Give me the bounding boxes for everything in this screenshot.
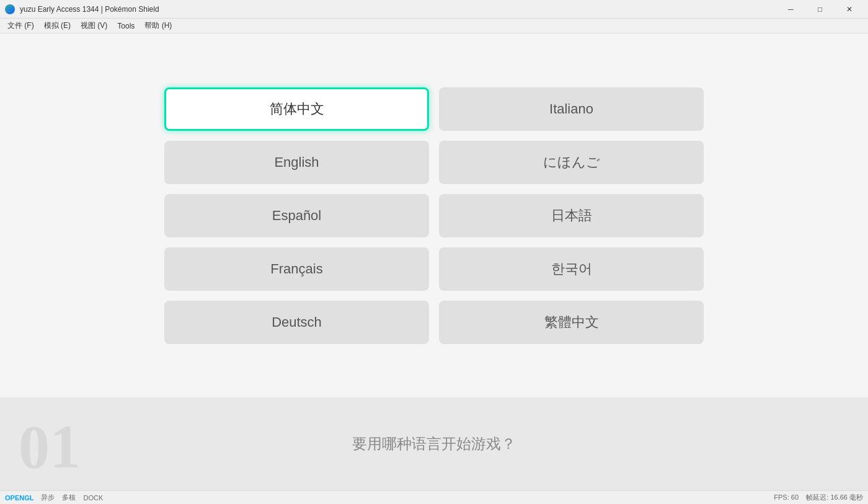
- lang-button-nihongo-kanji[interactable]: 日本語: [439, 194, 704, 237]
- menu-emulate[interactable]: 模拟 (E): [39, 19, 76, 32]
- status-frame-time: 帧延迟: 16.66 毫秒: [806, 493, 863, 501]
- language-selection-area: 简体中文 Italiano English にほんご Español 日本語 F…: [0, 33, 868, 397]
- window-title: yuzu Early Access 1344 | Pokémon Shield: [20, 5, 159, 14]
- menu-view[interactable]: 视图 (V): [76, 19, 112, 32]
- lang-button-traditional-chinese[interactable]: 繁體中文: [439, 301, 704, 344]
- lang-button-francais[interactable]: Français: [164, 247, 429, 291]
- lang-button-espanol[interactable]: Español: [164, 194, 429, 237]
- status-left: OPENGL 异步 多核 DOCK: [5, 493, 103, 502]
- bottom-panel: 01 要用哪种语言开始游戏？: [0, 397, 868, 490]
- menu-tools[interactable]: Tools: [112, 20, 140, 32]
- lang-button-nihongo-kana[interactable]: にほんご: [439, 141, 704, 184]
- status-opengl: OPENGL: [5, 494, 33, 502]
- lang-button-deutsch[interactable]: Deutsch: [164, 301, 429, 344]
- status-async: 异步: [41, 493, 55, 502]
- close-button[interactable]: ✕: [835, 2, 863, 17]
- status-bar: OPENGL 异步 多核 DOCK FPS: 60 帧延迟: 16.66 毫秒: [0, 490, 868, 504]
- menu-help[interactable]: 帮助 (H): [140, 19, 177, 32]
- menu-bar: 文件 (F) 模拟 (E) 视图 (V) Tools 帮助 (H): [0, 19, 868, 33]
- title-bar-left: yuzu Early Access 1344 | Pokémon Shield: [5, 4, 159, 14]
- status-fps: FPS: 60: [774, 493, 799, 501]
- status-multicore: 多核: [62, 493, 76, 502]
- status-dock: DOCK: [83, 494, 103, 502]
- minimize-button[interactable]: ─: [777, 2, 805, 17]
- language-prompt: 要用哪种语言开始游戏？: [352, 434, 516, 454]
- lang-button-simplified-chinese[interactable]: 简体中文: [164, 87, 429, 131]
- lang-button-italiano[interactable]: Italiano: [439, 87, 704, 131]
- status-right: FPS: 60 帧延迟: 16.66 毫秒: [774, 493, 863, 502]
- watermark-text: 01: [19, 416, 81, 478]
- lang-button-english[interactable]: English: [164, 141, 429, 184]
- menu-file[interactable]: 文件 (F): [2, 19, 39, 32]
- maximize-button[interactable]: □: [806, 2, 834, 17]
- app-icon: [5, 4, 15, 14]
- window-controls: ─ □ ✕: [777, 2, 863, 17]
- title-bar: yuzu Early Access 1344 | Pokémon Shield …: [0, 0, 868, 19]
- main-content: 简体中文 Italiano English にほんご Español 日本語 F…: [0, 33, 868, 490]
- lang-button-korean[interactable]: 한국어: [439, 247, 704, 291]
- language-grid: 简体中文 Italiano English にほんご Español 日本語 F…: [164, 87, 704, 344]
